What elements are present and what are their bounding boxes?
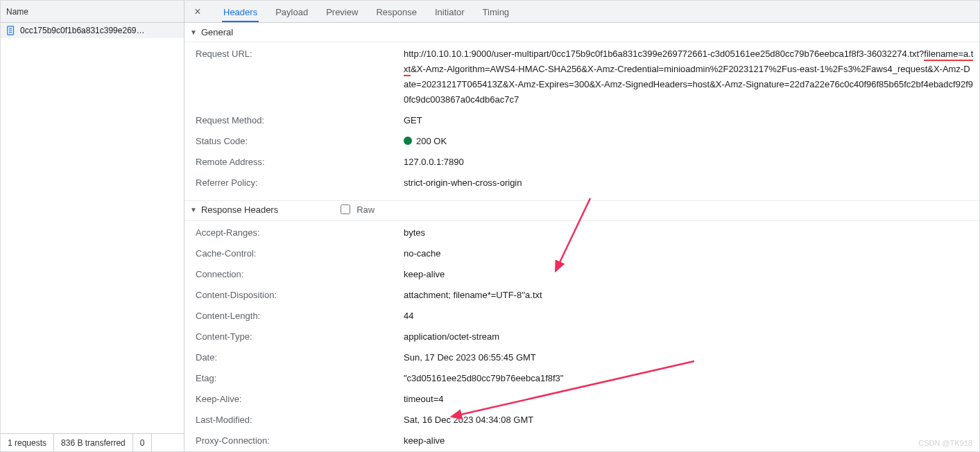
response-header-label: Keep-Alive: (196, 392, 404, 407)
response-header-row: Accept-Ranges:bytes (184, 223, 979, 243)
section-response-headers-header[interactable]: ▼ Response Headers Raw (184, 200, 979, 221)
section-response-headers-body: Accept-Ranges:bytesCache-Control:no-cach… (184, 221, 979, 451)
response-header-label: Content-Disposition: (196, 288, 404, 303)
raw-label: Raw (356, 205, 375, 215)
response-header-label: Proxy-Connection: (196, 433, 404, 449)
response-header-row: Keep-Alive:timeout=4 (184, 389, 979, 410)
tab-response[interactable]: Response (375, 2, 418, 21)
triangle-down-icon: ▼ (190, 28, 197, 36)
footer-extra: 0 (133, 434, 153, 451)
column-name-label: Name (6, 7, 28, 17)
url-part-post: &X-Amz-Algorithm=AWS4-HMAC-SHA256&X-Amz-… (404, 64, 973, 105)
row-request-method: Request Method: GET (184, 110, 979, 131)
response-header-label: Accept-Ranges: (196, 225, 404, 241)
response-header-row: Content-Disposition:attachment; filename… (184, 285, 979, 306)
response-header-label: Content-Type: (196, 329, 404, 345)
details-tabs: × Headers Payload Preview Response Initi… (184, 1, 979, 23)
triangle-down-icon: ▼ (190, 206, 197, 214)
request-list-body: 0cc175b9c0f1b6a831c399e269… (1, 23, 184, 433)
response-header-value: Sun, 17 Dec 2023 06:55:45 GMT (404, 350, 974, 365)
response-header-value: keep-alive (404, 433, 974, 449)
row-status-code: Status Code: 200 OK (184, 131, 979, 152)
value-referrer-policy: strict-origin-when-cross-origin (404, 175, 974, 191)
response-header-value: timeout=4 (404, 392, 974, 407)
response-header-row: Etag:"c3d05161ee25d80cc79b76eebca1f8f3" (184, 368, 979, 389)
value-remote-address: 127.0.0.1:7890 (404, 155, 974, 170)
response-header-value: application/octet-stream (404, 329, 974, 345)
headers-details: ▼ General Request URL: http://10.10.10.1… (184, 23, 979, 451)
response-header-value: 44 (404, 308, 974, 324)
response-header-value: no-cache (404, 246, 974, 261)
status-code-text: 200 OK (416, 136, 447, 146)
label-status-code: Status Code: (196, 134, 404, 149)
response-header-value: attachment; filename*=UTF-8''a.txt (404, 288, 974, 303)
request-list-footer: 1 requests 836 B transferred 0 (1, 433, 184, 451)
section-response-headers-title: Response Headers (201, 205, 278, 215)
section-general-header[interactable]: ▼ General (184, 23, 979, 42)
label-remote-address: Remote Address: (196, 155, 404, 170)
section-general-title: General (201, 27, 233, 37)
status-dot-icon (404, 137, 412, 145)
tab-preview[interactable]: Preview (325, 2, 359, 21)
value-request-method: GET (404, 113, 974, 128)
response-header-value: keep-alive (404, 267, 974, 282)
response-header-label: Date: (196, 350, 404, 365)
label-request-method: Request Method: (196, 113, 404, 128)
row-remote-address: Remote Address: 127.0.0.1:7890 (184, 152, 979, 173)
request-list-pane: Name 0cc175b9c0f1b6a831c399e269… 1 reque… (1, 1, 184, 451)
footer-transferred: 836 B transferred (54, 434, 133, 451)
response-header-row: Date:Sun, 17 Dec 2023 06:55:45 GMT (184, 347, 979, 368)
value-request-url[interactable]: http://10.10.10.1:9000/user-multipart/0c… (404, 46, 974, 107)
response-header-row: Proxy-Connection:keep-alive (184, 431, 979, 451)
response-header-row: Cache-Control:no-cache (184, 243, 979, 264)
row-referrer-policy: Referrer Policy: strict-origin-when-cros… (184, 173, 979, 193)
request-details-pane: × Headers Payload Preview Response Initi… (184, 1, 979, 451)
close-details-button[interactable]: × (191, 6, 204, 18)
tab-initiator[interactable]: Initiator (433, 2, 466, 21)
response-header-value: "c3d05161ee25d80cc79b76eebca1f8f3" (404, 371, 974, 386)
tab-payload[interactable]: Payload (274, 2, 309, 21)
row-request-url: Request URL: http://10.10.10.1:9000/user… (184, 44, 979, 110)
response-header-row: Content-Type:application/octet-stream (184, 327, 979, 347)
response-header-label: Cache-Control: (196, 246, 404, 261)
label-request-url: Request URL: (196, 46, 404, 62)
request-list-row[interactable]: 0cc175b9c0f1b6a831c399e269… (1, 23, 184, 38)
response-header-label: Content-Length: (196, 308, 404, 324)
url-part-pre: http://10.10.10.1:9000/user-multipart/0c… (404, 49, 924, 59)
value-status-code: 200 OK (404, 134, 974, 149)
section-general-body: Request URL: http://10.10.10.1:9000/user… (184, 42, 979, 198)
file-icon (6, 26, 16, 35)
response-header-label: Etag: (196, 371, 404, 386)
devtools-network-panel: Name 0cc175b9c0f1b6a831c399e269… 1 reque… (0, 0, 980, 452)
raw-checkbox[interactable] (341, 205, 350, 214)
footer-requests: 1 requests (1, 434, 54, 451)
response-header-row: Last-Modified:Sat, 16 Dec 2023 04:34:08 … (184, 410, 979, 431)
response-header-row: Connection:keep-alive (184, 264, 979, 285)
label-referrer-policy: Referrer Policy: (196, 175, 404, 191)
response-header-value: Sat, 16 Dec 2023 04:34:08 GMT (404, 412, 974, 428)
raw-toggle[interactable]: Raw (338, 202, 375, 216)
tab-timing[interactable]: Timing (481, 2, 511, 21)
response-header-label: Last-Modified: (196, 412, 404, 428)
response-header-value: bytes (404, 225, 974, 241)
tab-headers[interactable]: Headers (222, 2, 259, 21)
response-header-label: Connection: (196, 267, 404, 282)
response-header-row: Content-Length:44 (184, 306, 979, 327)
request-name-text: 0cc175b9c0f1b6a831c399e269… (20, 26, 144, 35)
close-icon: × (194, 6, 200, 17)
request-list-header[interactable]: Name (1, 1, 184, 23)
